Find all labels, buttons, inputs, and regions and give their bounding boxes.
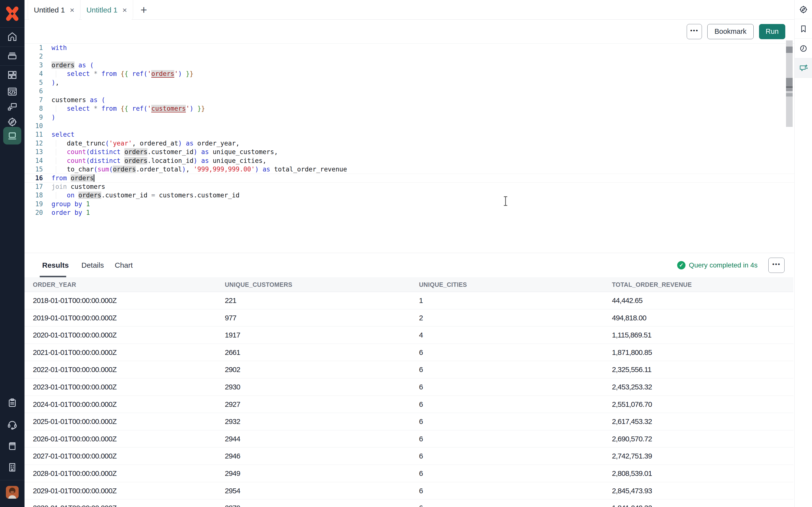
cell: 2,808,539.01	[612, 465, 652, 482]
tab-details[interactable]: Details	[82, 253, 104, 278]
scrollbar-mark[interactable]	[786, 93, 793, 97]
scrollbar-mark[interactable]	[786, 88, 793, 91]
layout-grid-icon	[7, 69, 18, 80]
tab-results[interactable]: Results	[42, 253, 69, 278]
run-button[interactable]: Run	[759, 24, 785, 39]
tab-label: Untitled 1	[86, 6, 117, 14]
code-line-19[interactable]: 19group by 1	[24, 200, 794, 209]
table-row[interactable]: 2029-01-01T00:00:00.000Z295462,845,473.9…	[24, 482, 793, 500]
line-number: 9	[24, 113, 43, 122]
cell: 2944	[225, 430, 240, 448]
cell: 2902	[225, 361, 240, 378]
cell: 2,742,751.39	[612, 448, 652, 465]
column-header-unique_cities[interactable]: UNIQUE_CITIES	[419, 277, 467, 292]
bookmark-button[interactable]: Bookmark	[707, 24, 754, 39]
sidebar-item-apps[interactable]	[0, 67, 24, 83]
code-line-15[interactable]: 15to_char(sum(orders.order_total), '999,…	[24, 165, 794, 174]
sidebar-item-clipboard[interactable]	[0, 395, 24, 411]
column-header-total_order_revenue[interactable]: TOTAL_ORDER_REVENUE	[612, 277, 692, 292]
sidebar-item-support[interactable]	[0, 416, 24, 432]
table-row[interactable]: 2024-01-01T00:00:00.000Z292762,551,076.7…	[24, 396, 793, 413]
table-header-row: ORDER_YEARUNIQUE_CUSTOMERSUNIQUE_CITIEST…	[24, 277, 793, 292]
close-icon[interactable]: ×	[70, 6, 74, 14]
user-avatar[interactable]	[6, 486, 19, 499]
line-number: 12	[24, 139, 43, 148]
results-more-button[interactable]: •••	[768, 258, 784, 273]
table-row[interactable]: 2028-01-01T00:00:00.000Z294962,808,539.0…	[24, 465, 793, 482]
cell: 44,442.65	[612, 292, 642, 309]
code-line-2[interactable]: 2	[24, 52, 794, 61]
code-line-14[interactable]: 14count(distinct orders.location_id) as …	[24, 157, 794, 165]
sidebar-item-code[interactable]	[0, 84, 24, 100]
code-line-13[interactable]: 13count(distinct orders.customer_id) as …	[24, 148, 794, 156]
line-number: 6	[24, 87, 43, 96]
table-row[interactable]: 2018-01-01T00:00:00.000Z221144,442.65	[24, 292, 793, 309]
new-tab-plus-icon[interactable]: +	[141, 4, 147, 15]
table-row[interactable]: 2030-01-01T00:00:00.000Z287961,841,049.3…	[24, 499, 793, 507]
divider	[0, 65, 24, 66]
hex-logo[interactable]	[0, 0, 24, 27]
scrollbar-mark[interactable]	[786, 47, 793, 53]
cell: 6	[419, 396, 423, 413]
table-row[interactable]: 2021-01-01T00:00:00.000Z266161,871,800.8…	[24, 344, 793, 361]
sidebar-item-computer-active[interactable]	[3, 127, 21, 145]
code-line-11[interactable]: 11select	[24, 130, 794, 139]
line-number: 1	[24, 44, 43, 52]
code-line-1[interactable]: 1with	[24, 44, 794, 52]
line-number: 5	[24, 78, 43, 87]
table-row[interactable]: 2025-01-01T00:00:00.000Z293262,617,453.3…	[24, 413, 793, 430]
sidebar-item-docs[interactable]	[0, 438, 24, 454]
cell: 2661	[225, 344, 240, 361]
table-row[interactable]: 2026-01-01T00:00:00.000Z294462,690,570.7…	[24, 430, 793, 448]
sidebar-item-organization[interactable]	[0, 459, 24, 475]
line-number: 13	[24, 148, 43, 156]
sidebar-item-projects[interactable]	[0, 48, 24, 64]
line-number: 8	[24, 104, 43, 113]
hex-logo-icon	[4, 6, 20, 22]
tab-chart[interactable]: Chart	[115, 253, 133, 278]
sidebar-item-home[interactable]	[0, 29, 24, 45]
code-line-8[interactable]: 8select * from {{ ref('customers') }}	[24, 104, 794, 113]
table-row[interactable]: 2022-01-01T00:00:00.000Z290262,325,556.1…	[24, 361, 793, 379]
code-line-17[interactable]: 17join customers	[24, 182, 794, 191]
cell: 2954	[225, 482, 240, 499]
code-line-9[interactable]: 9)	[24, 113, 794, 122]
code-line-16[interactable]: 16from orders	[24, 174, 794, 182]
cell: 6	[419, 430, 423, 448]
column-header-unique_customers[interactable]: UNIQUE_CUSTOMERS	[225, 277, 292, 292]
code-line-10[interactable]: 10	[24, 122, 794, 130]
column-header-order_year[interactable]: ORDER_YEAR	[33, 277, 76, 292]
table-row[interactable]: 2020-01-01T00:00:00.000Z191741,115,869.5…	[24, 327, 793, 344]
cell: 2,453,253.32	[612, 379, 652, 396]
line-number: 18	[24, 191, 43, 200]
code-line-20[interactable]: 20order by 1	[24, 209, 794, 217]
tab-untitled-1[interactable]: Untitled 1 ×	[28, 0, 81, 20]
more-options-button[interactable]: •••	[687, 24, 702, 39]
code-line-3[interactable]: 3orders as (	[24, 61, 794, 69]
table-row[interactable]: 2019-01-01T00:00:00.000Z9772494,818.00	[24, 309, 793, 327]
cell: 2949	[225, 465, 240, 482]
tab-untitled-2[interactable]: Untitled 1 ×	[81, 0, 133, 20]
code-line-18[interactable]: 18on orders.customer_id = customers.cust…	[24, 191, 794, 200]
code-line-12[interactable]: 12date_trunc('year', ordered_at) as orde…	[24, 139, 794, 148]
cell: 2018-01-01T00:00:00.000Z	[33, 292, 116, 309]
table-row[interactable]: 2023-01-01T00:00:00.000Z293062,453,253.3…	[24, 379, 793, 396]
sql-editor[interactable]: 1with23orders as (4select * from {{ ref(…	[24, 44, 794, 253]
table-row[interactable]: 2027-01-01T00:00:00.000Z294662,742,751.3…	[24, 448, 793, 465]
rail-item-history[interactable]	[795, 39, 812, 58]
scrollbar-thumb[interactable]	[786, 78, 793, 87]
rail-item-explore[interactable]	[795, 0, 812, 19]
code-line-5[interactable]: 5),	[24, 78, 794, 87]
code-line-6[interactable]: 6	[24, 87, 794, 96]
results-header: Results Details Chart ✓ Query completed …	[24, 253, 794, 277]
sidebar-item-windows[interactable]	[0, 99, 24, 115]
code-line-4[interactable]: 4select * from {{ ref('orders') }}	[24, 69, 794, 78]
close-icon[interactable]: ×	[122, 6, 127, 14]
code-line-7[interactable]: 7customers as (	[24, 96, 794, 104]
cell: 2029-01-01T00:00:00.000Z	[33, 482, 116, 499]
rail-item-magic-chat[interactable]	[795, 58, 812, 78]
line-number: 14	[24, 157, 43, 165]
scrollbar[interactable]	[786, 41, 793, 127]
rail-item-bookmarks[interactable]	[795, 19, 812, 39]
line-number: 20	[24, 209, 43, 217]
